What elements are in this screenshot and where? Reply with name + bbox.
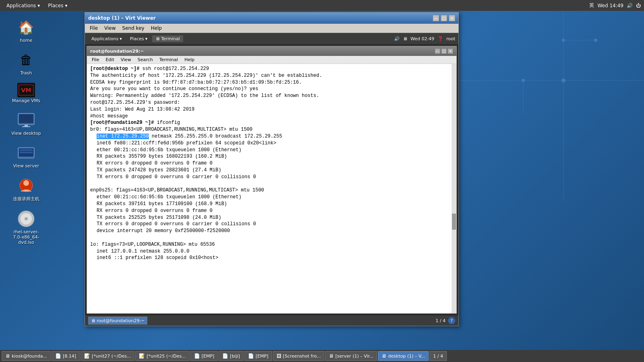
vm-help-btn[interactable]: ? xyxy=(448,317,455,324)
virt-viewer-window-controls: — □ ✕ xyxy=(433,15,455,21)
taskbar-emp2-label: [EMP] xyxy=(256,354,268,359)
term-menu-terminal[interactable]: Terminal xyxy=(156,56,182,63)
terminal-maximize-btn[interactable]: □ xyxy=(441,48,447,54)
terminal-line-5: Warning: Permanently added '172.25.254.2… xyxy=(90,93,453,99)
virt-menu-help[interactable]: Help xyxy=(148,25,165,32)
applications-menu-btn[interactable]: Applications ▾ xyxy=(3,2,43,9)
vm-help-icon: ❓ xyxy=(438,36,443,41)
vm-user-label: root xyxy=(446,36,455,41)
taskbar-page-indicator[interactable]: 1 / 4 xyxy=(429,351,447,361)
taskbar-item-unit25[interactable]: 📝 [*unit25 (~/Des... xyxy=(135,351,189,361)
taskbar-item-server-virt[interactable]: 🖥 [server (1) – Vir... xyxy=(325,351,377,361)
vm-terminal-btn[interactable]: 🖥 Terminal xyxy=(152,35,183,42)
terminal-line-11: inet 172.25.29.250 netmask 255.255.255.0… xyxy=(90,133,453,140)
terminal-line-3: ECDSA key fingerprint is 9d:f7:87:d7:ba:… xyxy=(90,79,453,86)
rhel-iso-label: rhel-server-7.0-x86_64-dvd.iso xyxy=(10,229,43,245)
vm-applications-btn[interactable]: Applications ▾ xyxy=(88,35,125,42)
terminal-scrollbar[interactable] xyxy=(452,64,456,313)
desktop-icon-view-desktop[interactable]: View desktop xyxy=(8,109,44,138)
term-menu-file[interactable]: File xyxy=(89,56,102,63)
vm-terminal-icon: 🖥 xyxy=(155,36,160,41)
terminal-line-16: TX packets 247428 bytes 28823601 (27.4 M… xyxy=(90,167,453,174)
view-server-icon xyxy=(17,143,36,162)
term-menu-edit[interactable]: Edit xyxy=(102,56,117,63)
top-panel-left: Applications ▾ Places ▾ xyxy=(3,2,71,9)
manage-vms-icon: VM xyxy=(17,83,35,97)
desktop-icon-manage-vms[interactable]: VM Manage VMs xyxy=(8,81,44,105)
terminal-blank-1 xyxy=(90,181,453,187)
virt-viewer-window: desktop (1) – Virt Viewer — □ ✕ File Vie… xyxy=(85,12,459,326)
desktop-icon-home[interactable]: 🏠 home xyxy=(8,16,44,45)
terminal-line-8: #host message xyxy=(90,113,453,120)
taskbar-item-814[interactable]: 📄 [8.14] xyxy=(52,351,80,361)
vm-bottom-right: 1 / 4 ? xyxy=(436,317,455,324)
taskbar-item-desktop-virt[interactable]: 🖥 desktop (1) – V... xyxy=(378,351,429,361)
taskbar-kiosk-label: kiosk@founda... xyxy=(12,354,47,359)
terminal-line-24: device interrupt 20 memory 0xf2500000-f2… xyxy=(90,228,453,234)
terminal-line-7: Last login: Wed Aug 21 13:08:42 2019 xyxy=(90,106,453,113)
vm-applications-label: Applications xyxy=(91,36,118,41)
virt-viewer-close-btn[interactable]: ✕ xyxy=(449,15,455,21)
view-server-label: View server xyxy=(13,163,39,169)
vm-page-indicator: 1 / 4 xyxy=(436,318,446,323)
trash-icon-label: Trash xyxy=(20,70,32,76)
taskbar-emp2-icon: 📄 xyxy=(248,353,254,359)
taskbar-emp1-label: [EMP] xyxy=(202,354,215,359)
terminal-line-25: lo: flags=73<UP,LOOPBACK,RUNNING> mtu 65… xyxy=(90,241,453,248)
terminal-window-controls: — □ ✕ xyxy=(435,48,453,54)
desktop-icon-connect-teacher[interactable]: 连接讲师主机 xyxy=(8,174,44,204)
taskbar-emp1-icon: 📄 xyxy=(194,353,200,359)
terminal-content-area[interactable]: [root@desktop ~]# ssh root@172.25.254.22… xyxy=(87,64,456,313)
terminal-line-2: The authenticity of host '172.25.254.229… xyxy=(90,72,453,79)
virt-viewer-menubar: File View Send key Help xyxy=(85,24,458,33)
svg-text:VM: VM xyxy=(21,87,31,93)
vm-inner-content: Applications ▾ Places ▾ 🖥 Terminal 🔊 🖥 W… xyxy=(85,33,458,326)
terminal-line-10: br0: flags=4163<UP,BROADCAST,RUNNING,MUL… xyxy=(90,126,453,133)
virt-viewer-minimize-btn[interactable]: — xyxy=(433,15,439,21)
taskbar-item-kiosk[interactable]: 🖥 kiosk@founda... xyxy=(2,351,51,361)
desktop-icon-trash[interactable]: 🗑 Trash xyxy=(8,49,44,77)
vm-guest-panel-left: Applications ▾ Places ▾ 🖥 Terminal xyxy=(88,35,183,42)
language-indicator: 英 xyxy=(589,2,594,9)
taskbar-page-label: 1 / 4 xyxy=(433,354,443,359)
taskbar-item-biji[interactable]: 📄 [biji] xyxy=(219,351,244,361)
desktop-icon-rhel-iso[interactable]: rhel-server-7.0-x86_64-dvd.iso xyxy=(8,208,44,247)
taskbar-biji-icon: 📄 xyxy=(222,353,228,359)
terminal-close-btn[interactable]: ✕ xyxy=(448,48,453,54)
vm-terminal-label: Terminal xyxy=(161,36,180,41)
trash-icon: 🗑 xyxy=(17,50,36,70)
virt-menu-view[interactable]: View xyxy=(101,25,119,32)
vm-display-icon: 🖥 xyxy=(403,36,407,41)
taskbar-item-unit27[interactable]: 📝 [*unit27 (~/Des... xyxy=(80,351,134,361)
term-menu-view[interactable]: View xyxy=(118,56,134,63)
virt-menu-sendkey[interactable]: Send key xyxy=(119,25,148,32)
places-menu-btn[interactable]: Places ▾ xyxy=(45,2,70,9)
svg-rect-16 xyxy=(20,149,33,151)
terminal-line-4: Are you sure you want to continue connec… xyxy=(90,86,453,93)
terminal-line-21: RX errors 0 dropped 0 overruns 0 frame 0 xyxy=(90,208,453,214)
power-icon[interactable]: ⏻ xyxy=(636,3,641,8)
applications-label: Applications xyxy=(6,3,36,8)
svg-rect-17 xyxy=(20,152,33,153)
terminal-line-17: TX errors 0 dropped 0 overruns 0 carrier… xyxy=(90,174,453,181)
taskbar-item-emp1[interactable]: 📄 [EMP] xyxy=(190,351,218,361)
taskbar-screenshot-icon: 🖼 xyxy=(277,353,281,359)
vm-taskbar-terminal[interactable]: 🖥 root@foundation29:~ xyxy=(88,317,147,325)
desktop-icon-view-server[interactable]: View server xyxy=(8,142,44,170)
connect-teacher-label: 连接讲师主机 xyxy=(13,196,39,202)
terminal-line-6: root@172.25.254.229's password: xyxy=(90,99,453,106)
term-menu-help[interactable]: Help xyxy=(181,56,198,63)
scrollbar-thumb[interactable] xyxy=(452,214,456,230)
terminal-minimize-btn[interactable]: — xyxy=(435,48,440,54)
taskbar-item-screenshot[interactable]: 🖼 [Screenshot fro... xyxy=(273,351,325,361)
virt-menu-file[interactable]: File xyxy=(87,25,101,32)
terminal-menubar: File Edit View Search Terminal Help xyxy=(87,56,456,64)
vm-places-btn[interactable]: Places ▾ xyxy=(127,35,151,42)
term-menu-search[interactable]: Search xyxy=(134,56,156,63)
datetime-display: Wed 14:49 xyxy=(597,3,623,8)
vm-taskbar-terminal-icon: 🖥 xyxy=(91,318,95,323)
svg-rect-11 xyxy=(19,114,33,123)
volume-icon[interactable]: 🔊 xyxy=(627,3,633,8)
virt-viewer-maximize-btn[interactable]: □ xyxy=(441,15,447,21)
taskbar-item-emp2[interactable]: 📄 [EMP] xyxy=(244,351,272,361)
